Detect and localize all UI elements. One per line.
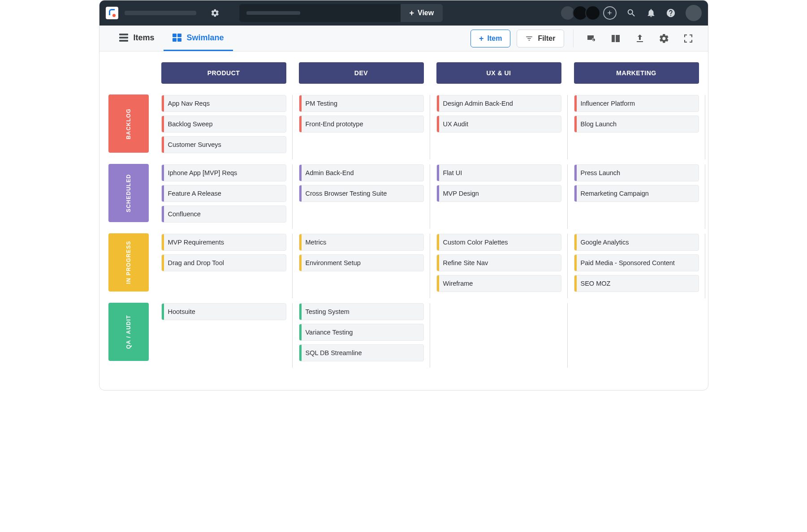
search-placeholder bbox=[246, 11, 300, 15]
card[interactable]: Wireframe bbox=[436, 275, 561, 292]
row-label-inprogress[interactable]: IN PROGRESS bbox=[108, 233, 149, 292]
card[interactable]: Front-End prototype bbox=[299, 116, 424, 133]
card[interactable]: Feature A Release bbox=[161, 185, 286, 202]
cell-scheduled-dev: Admin Back-EndCross Browser Testing Suit… bbox=[299, 164, 424, 233]
gear-icon[interactable] bbox=[211, 9, 220, 17]
card[interactable]: Influencer Platform bbox=[574, 95, 699, 112]
divider bbox=[573, 30, 574, 47]
breadcrumb-placeholder bbox=[125, 11, 196, 15]
card[interactable]: Paid Media - Sponsored Content bbox=[574, 254, 699, 271]
topbar: + View + bbox=[99, 0, 708, 26]
card[interactable]: Metrics bbox=[299, 234, 424, 251]
card[interactable]: UX Audit bbox=[436, 116, 561, 133]
current-user-avatar[interactable] bbox=[686, 5, 702, 21]
column-header-uxui[interactable]: UX & UI bbox=[436, 62, 561, 84]
card[interactable]: Remarketing Campaign bbox=[574, 185, 699, 202]
search-group: + View bbox=[239, 4, 443, 22]
avatars-cluster: + bbox=[563, 5, 617, 21]
panel-layout-icon[interactable] bbox=[610, 33, 621, 44]
export-icon[interactable] bbox=[634, 33, 645, 44]
topbar-right: + bbox=[563, 5, 702, 21]
search-icon[interactable] bbox=[626, 8, 636, 18]
cell-inprogress-uxui: Custom Color PalettesRefine Site NavWire… bbox=[436, 233, 561, 303]
tab-swimlane[interactable]: Swimlane bbox=[164, 26, 233, 51]
card[interactable]: PM Testing bbox=[299, 95, 424, 112]
gear-icon[interactable] bbox=[659, 33, 669, 44]
cell-qaaudit-uxui bbox=[436, 303, 561, 372]
card[interactable]: Flat UI bbox=[436, 164, 561, 181]
card[interactable]: App Nav Reqs bbox=[161, 95, 286, 112]
column-header-dev[interactable]: DEV bbox=[299, 62, 424, 84]
card[interactable]: Refine Site Nav bbox=[436, 254, 561, 271]
card[interactable]: Google Analytics bbox=[574, 234, 699, 251]
app-logo[interactable] bbox=[106, 7, 118, 19]
swimlane-icon bbox=[173, 34, 181, 42]
avatar[interactable] bbox=[585, 5, 600, 21]
cell-backlog-product: App Nav ReqsBacklog SweepCustomer Survey… bbox=[161, 94, 286, 164]
cell-qaaudit-dev: Testing SystemVariance TestingSQL DB Str… bbox=[299, 303, 424, 372]
card[interactable]: Variance Testing bbox=[299, 324, 424, 341]
search-input[interactable] bbox=[239, 4, 401, 22]
view-tabs: Items Swimlane bbox=[110, 26, 233, 51]
card[interactable]: SQL DB Streamline bbox=[299, 344, 424, 361]
card[interactable]: Custom Color Palettes bbox=[436, 234, 561, 251]
card[interactable]: Press Launch bbox=[574, 164, 699, 181]
header-spacer bbox=[108, 62, 149, 84]
filter-label: Filter bbox=[538, 34, 555, 43]
filter-icon bbox=[525, 34, 533, 43]
card[interactable]: SEO MOZ bbox=[574, 275, 699, 292]
row-label-scheduled[interactable]: SCHEDULED bbox=[108, 164, 149, 222]
fullscreen-icon[interactable] bbox=[683, 33, 694, 44]
row-label-backlog[interactable]: BACKLOG bbox=[108, 94, 149, 153]
plus-icon: + bbox=[410, 9, 414, 17]
column-header-marketing[interactable]: MARKETING bbox=[574, 62, 699, 84]
cell-backlog-marketing: Influencer PlatformBlog Launch bbox=[574, 94, 699, 164]
add-item-label: Item bbox=[487, 34, 502, 43]
cell-inprogress-product: MVP RequirementsDrag and Drop Tool bbox=[161, 233, 286, 303]
share-link-icon[interactable] bbox=[586, 33, 597, 44]
help-icon[interactable] bbox=[666, 8, 676, 18]
row-label-qaaudit[interactable]: QA / AUDIT bbox=[108, 303, 149, 361]
card[interactable]: Customer Surveys bbox=[161, 136, 286, 153]
card[interactable]: Admin Back-End bbox=[299, 164, 424, 181]
list-icon bbox=[119, 34, 128, 42]
cell-scheduled-product: Iphone App [MVP] ReqsFeature A ReleaseCo… bbox=[161, 164, 286, 233]
column-header-product[interactable]: PRODUCT bbox=[161, 62, 286, 84]
app-window: + View + bbox=[99, 0, 708, 390]
bell-icon[interactable] bbox=[646, 8, 656, 18]
card[interactable]: Hootsuite bbox=[161, 303, 286, 320]
filter-button[interactable]: Filter bbox=[517, 30, 564, 47]
cell-backlog-dev: PM TestingFront-End prototype bbox=[299, 94, 424, 164]
cell-scheduled-marketing: Press LaunchRemarketing Campaign bbox=[574, 164, 699, 233]
card[interactable]: MVP Design bbox=[436, 185, 561, 202]
tab-swimlane-label: Swimlane bbox=[187, 33, 224, 43]
swimlane-board: PRODUCTDEVUX & UIMARKETINGBACKLOGApp Nav… bbox=[99, 51, 708, 390]
card[interactable]: Confluence bbox=[161, 206, 286, 223]
cell-qaaudit-marketing bbox=[574, 303, 699, 372]
plus-icon: + bbox=[479, 34, 484, 43]
subnav: Items Swimlane + Item Filter bbox=[99, 26, 708, 51]
card[interactable]: Testing System bbox=[299, 303, 424, 320]
add-item-button[interactable]: + Item bbox=[470, 30, 510, 47]
card[interactable]: Environment Setup bbox=[299, 254, 424, 271]
card[interactable]: Cross Browser Testing Suite bbox=[299, 185, 424, 202]
cell-scheduled-uxui: Flat UIMVP Design bbox=[436, 164, 561, 233]
card[interactable]: Drag and Drop Tool bbox=[161, 254, 286, 271]
card[interactable]: Backlog Sweep bbox=[161, 116, 286, 133]
cell-backlog-uxui: Design Admin Back-EndUX Audit bbox=[436, 94, 561, 164]
subnav-actions: + Item Filter bbox=[470, 30, 697, 47]
card[interactable]: Blog Launch bbox=[574, 116, 699, 133]
tab-items[interactable]: Items bbox=[110, 26, 164, 51]
tab-items-label: Items bbox=[134, 33, 155, 43]
card[interactable]: Iphone App [MVP] Reqs bbox=[161, 164, 286, 181]
add-member-button[interactable]: + bbox=[603, 6, 617, 20]
view-button-label: View bbox=[418, 9, 434, 17]
cell-qaaudit-product: Hootsuite bbox=[161, 303, 286, 372]
card[interactable]: Design Admin Back-End bbox=[436, 95, 561, 112]
cell-inprogress-marketing: Google AnalyticsPaid Media - Sponsored C… bbox=[574, 233, 699, 303]
view-button[interactable]: + View bbox=[401, 4, 443, 22]
cell-inprogress-dev: MetricsEnvironment Setup bbox=[299, 233, 424, 303]
card[interactable]: MVP Requirements bbox=[161, 234, 286, 251]
